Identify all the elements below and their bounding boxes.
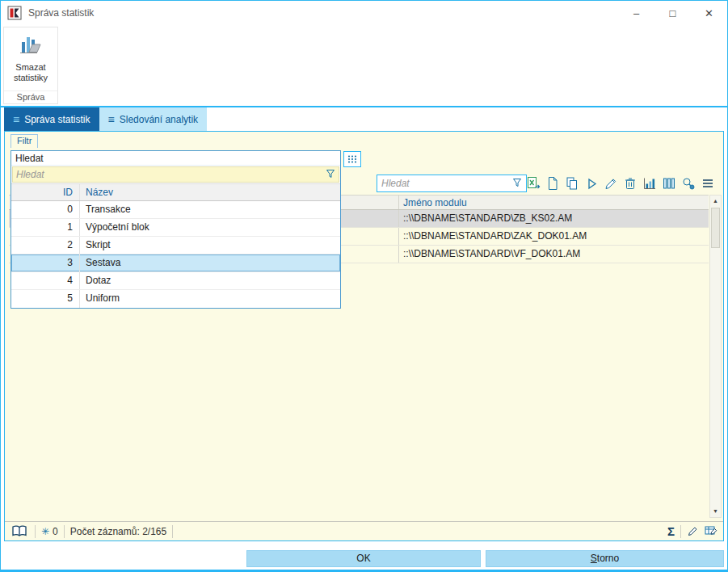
content-panel: Filtr Hledat — [4, 131, 724, 541]
filter-funnel-icon — [326, 167, 335, 182]
scrollbar-thumb[interactable] — [711, 208, 720, 248]
search-input[interactable]: Hledat — [377, 175, 527, 192]
close-button[interactable]: ✕ — [691, 1, 727, 25]
columns-icon — [662, 176, 676, 191]
edit-button[interactable] — [602, 175, 620, 192]
bar-chart-icon — [642, 176, 657, 191]
open-book-icon — [11, 525, 27, 537]
list-menu-icon: ≡ — [13, 114, 19, 125]
filter-funnel-icon — [512, 176, 522, 191]
window-controls: – □ ✕ — [618, 1, 727, 25]
vertical-scrollbar[interactable]: ▲ ▼ — [709, 195, 722, 518]
module-name: ::\\DBNAME\STANDARD\VF_DOK01.AM — [399, 246, 709, 263]
filter-row-vypocetni-blok[interactable]: 1 Výpočetní blok — [11, 219, 340, 237]
ribbon-group-sprava: Smazat statistiky Správa — [3, 27, 58, 104]
bar-chart-button[interactable] — [641, 175, 659, 192]
app-logo-icon — [7, 6, 22, 20]
list-menu-icon: ≡ — [108, 114, 115, 125]
filter-dropdown: Hledat Hledat ID Název 0 Transakce 1 — [11, 150, 341, 309]
search-settings-button[interactable] — [680, 175, 697, 192]
copy-icon — [565, 176, 579, 191]
filter-row-sestava-selected[interactable]: 3 Sestava — [11, 254, 340, 272]
separator — [35, 525, 36, 538]
export-excel-button[interactable] — [524, 175, 542, 192]
minimize-button[interactable]: – — [618, 1, 654, 25]
run-button[interactable] — [583, 175, 600, 192]
separator — [680, 525, 681, 538]
search-settings-icon — [681, 176, 696, 191]
tab-sledovani-analytik[interactable]: ≡ Sledování analytik — [99, 107, 208, 131]
filter-row-transakce[interactable]: 0 Transakce — [11, 201, 340, 219]
window-title: Správa statistik — [28, 7, 618, 19]
export-excel-icon — [526, 176, 541, 191]
new-document-button[interactable] — [544, 175, 562, 192]
copy-button[interactable] — [563, 175, 581, 192]
separator — [172, 525, 173, 538]
delete-button[interactable] — [621, 175, 639, 192]
ok-button[interactable]: OK — [246, 550, 481, 567]
tab-sprava-statistik[interactable]: ≡ Správa statistik — [4, 107, 99, 131]
column-nazev[interactable]: Název — [79, 184, 340, 200]
grid-column-jmeno-modulu[interactable]: Jméno modulu — [399, 196, 709, 209]
ribbon-group-label: Správa — [4, 90, 57, 103]
new-document-icon — [545, 176, 560, 191]
table-edit-icon — [705, 525, 718, 537]
sum-button[interactable]: Σ — [667, 525, 675, 537]
tab-label: Sledování analytik — [120, 114, 198, 125]
filter-row-skript[interactable]: 2 Skript — [11, 237, 340, 254]
maximize-button[interactable]: □ — [654, 1, 691, 25]
filter-row-uniform[interactable]: 5 Uniform — [11, 290, 340, 308]
run-icon — [584, 176, 599, 191]
filter-search-input[interactable]: Hledat — [12, 166, 339, 183]
book-view-button[interactable] — [10, 524, 29, 539]
filter-options-button[interactable] — [343, 151, 361, 167]
pending-count-value: 0 — [53, 526, 58, 537]
tab-label: Správa statistik — [24, 114, 90, 125]
filter-row-dotaz[interactable]: 4 Dotaz — [11, 272, 340, 290]
separator — [64, 525, 65, 538]
filter-panel-label: Filtr — [11, 134, 38, 148]
dots-grid-icon — [347, 154, 358, 164]
filter-search-placeholder: Hledat — [16, 169, 326, 180]
record-count: Počet záznamů: 2/165 — [70, 526, 166, 537]
snowflake-icon: ✳ — [41, 527, 49, 536]
scroll-up-arrow-icon[interactable]: ▲ — [710, 196, 721, 207]
edit-record-button[interactable] — [687, 525, 699, 537]
module-name: ::\\DBNAME\STANDARD\ZAK_DOK01.AM — [399, 228, 709, 245]
delete-statistics-label: Smazat statistiky — [6, 62, 55, 83]
module-name: ::\\DBNAME\STANDARD\ZB_KS02.AM — [399, 210, 709, 227]
filter-table-header: ID Název — [11, 183, 340, 201]
edit-table-button[interactable] — [705, 525, 718, 537]
footer: OK Storno — [1, 541, 727, 570]
tabbar: ≡ Správa statistik ≡ Sledování analytik — [1, 107, 727, 131]
delete-statistics-button[interactable]: Smazat statistiky — [4, 27, 57, 90]
search-placeholder: Hledat — [381, 178, 512, 189]
column-id[interactable]: ID — [11, 184, 79, 200]
filter-type-table: ID Název 0 Transakce 1 Výpočetní blok 2 … — [11, 183, 340, 308]
delete-statistics-icon — [18, 32, 44, 60]
pending-counter: ✳ 0 — [41, 526, 58, 537]
titlebar: Správa statistik – □ ✕ — [1, 1, 727, 25]
trash-icon — [623, 176, 638, 191]
edit-pencil-icon — [604, 176, 618, 191]
statusbar: ✳ 0 Počet záznamů: 2/165 Σ — [5, 521, 723, 540]
grid-toolbar — [524, 175, 717, 192]
hamburger-menu-icon — [701, 176, 715, 191]
storno-button[interactable]: Storno — [486, 550, 724, 567]
pencil-icon — [687, 525, 699, 537]
filter-combobox[interactable]: Hledat — [11, 151, 340, 166]
scroll-down-arrow-icon[interactable]: ▼ — [710, 506, 721, 517]
window: Správa statistik – □ ✕ Smazat statist — [0, 0, 728, 572]
columns-button[interactable] — [660, 175, 678, 192]
ribbon: Smazat statistiky Správa — [1, 25, 727, 106]
menu-button[interactable] — [699, 175, 717, 192]
